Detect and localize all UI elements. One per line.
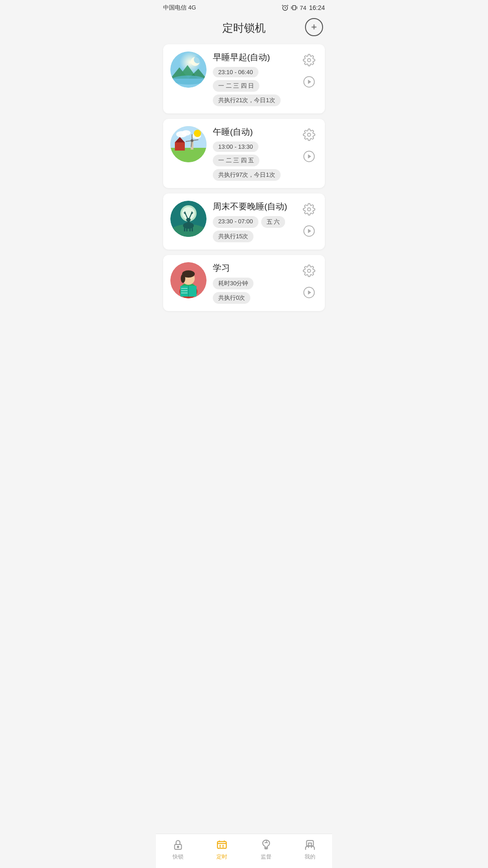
svg-point-9 — [194, 56, 201, 63]
schedule-title-early-sleep: 早睡早起(自动) — [213, 52, 294, 63]
svg-point-11 — [308, 59, 311, 62]
vibrate-icon — [291, 4, 298, 11]
card-actions-noon-nap — [300, 126, 318, 165]
schedule-card-noon-nap: 午睡(自动) 13:00 - 13:30 一 二 三 四 五 共执行97次，今日… — [163, 119, 325, 188]
schedule-card-weekend-sleep: 周末不要晚睡(自动) 23:30 - 07:00 五 六 共执行15次 — [163, 193, 325, 250]
svg-rect-21 — [175, 142, 185, 151]
svg-rect-44 — [192, 227, 193, 231]
days-tag-early-sleep: 一 二 三 四 日 — [213, 80, 259, 92]
svg-point-17 — [182, 130, 191, 136]
avatar-noon-nap — [170, 126, 206, 162]
svg-rect-73 — [218, 841, 227, 848]
page-header: 定时锁机 + — [156, 14, 332, 41]
nav-label-monitor: 监督 — [261, 853, 272, 861]
alarm-icon — [282, 4, 289, 11]
nav-item-mine[interactable]: 我的 — [294, 839, 326, 861]
timer-icon — [216, 839, 228, 851]
carrier-text: 中国电信 4G — [163, 4, 196, 12]
svg-point-61 — [181, 274, 185, 283]
card-tags-weekend-sleep: 23:30 - 07:00 五 六 — [213, 216, 294, 228]
svg-point-28 — [191, 139, 193, 142]
stats-noon-nap: 共执行97次，今日1次 — [213, 169, 281, 181]
duration-tag-study: 耗时30分钟 — [213, 278, 253, 289]
nav-label-mine: 我的 — [305, 853, 315, 861]
days-tag-weekend-sleep: 五 六 — [261, 216, 286, 228]
time-tag-weekend-sleep: 23:30 - 07:00 — [213, 216, 258, 228]
time-tag-noon-nap: 13:00 - 13:30 — [213, 142, 258, 152]
card-actions-weekend-sleep — [300, 201, 318, 240]
stats-weekend-sleep: 共执行15次 — [213, 231, 253, 242]
svg-point-36 — [182, 207, 195, 220]
svg-rect-84 — [309, 843, 312, 846]
card-body-noon-nap: 午睡(自动) 13:00 - 13:30 一 二 三 四 五 共执行97次，今日… — [213, 126, 294, 181]
status-right: 74 16:24 — [282, 4, 325, 11]
card-body-early-sleep: 早睡早起(自动) 23:10 - 06:40 一 二 三 四 日 共执行21次，… — [213, 52, 294, 106]
settings-button-weekend-sleep[interactable] — [300, 201, 318, 218]
card-tags-noon-nap: 13:00 - 13:30 一 二 三 四 五 — [213, 142, 294, 166]
nav-item-timer[interactable]: 定时 — [206, 839, 238, 861]
svg-rect-41 — [184, 227, 185, 231]
stats-study: 共执行0次 — [213, 292, 250, 304]
monitor-icon — [260, 839, 272, 851]
play-button-weekend-sleep[interactable] — [300, 222, 318, 240]
bottom-nav: 快锁 定时 — [156, 834, 332, 868]
quick-lock-icon — [172, 839, 184, 851]
card-actions-early-sleep — [300, 52, 318, 90]
stats-early-sleep: 共执行21次，今日1次 — [213, 94, 281, 106]
settings-button-study[interactable] — [300, 262, 318, 279]
add-button[interactable]: + — [305, 18, 323, 36]
settings-button-noon-nap[interactable] — [300, 126, 318, 143]
settings-button-early-sleep[interactable] — [300, 52, 318, 69]
page-title: 定时锁机 — [222, 21, 266, 35]
svg-point-72 — [177, 846, 178, 848]
svg-rect-1 — [293, 5, 296, 9]
card-actions-study — [300, 262, 318, 301]
play-button-early-sleep[interactable] — [300, 73, 318, 90]
card-body-study: 学习 耗时30分钟 共执行0次 — [213, 262, 294, 304]
play-button-study[interactable] — [300, 284, 318, 301]
svg-rect-42 — [186, 227, 188, 231]
schedule-title-noon-nap: 午睡(自动) — [213, 126, 294, 138]
avatar-early-sleep — [170, 52, 206, 88]
svg-point-30 — [308, 133, 311, 137]
card-body-weekend-sleep: 周末不要晚睡(自动) 23:30 - 07:00 五 六 共执行15次 — [213, 201, 294, 242]
svg-point-40 — [186, 218, 191, 222]
nav-label-quick-lock: 快锁 — [173, 853, 183, 861]
battery-text: 74 — [300, 5, 306, 11]
days-tag-noon-nap: 一 二 三 四 五 — [213, 155, 259, 166]
avatar-study — [170, 262, 206, 298]
time-tag-early-sleep: 23:10 - 06:40 — [213, 67, 258, 77]
svg-marker-54 — [308, 229, 311, 233]
svg-point-52 — [308, 208, 311, 211]
nav-item-quick-lock[interactable]: 快锁 — [162, 839, 194, 861]
status-bar: 中国电信 4G 74 16:24 — [156, 0, 332, 14]
schedule-title-study: 学习 — [213, 262, 294, 274]
time-text: 16:24 — [309, 4, 325, 11]
svg-marker-32 — [308, 154, 311, 158]
svg-marker-13 — [308, 80, 311, 84]
mine-icon — [304, 839, 316, 851]
svg-rect-43 — [189, 227, 191, 231]
schedule-card-study: 学习 耗时30分钟 共执行0次 — [163, 255, 325, 311]
svg-point-19 — [194, 130, 201, 137]
svg-point-7 — [171, 75, 206, 85]
schedule-title-weekend-sleep: 周末不要晚睡(自动) — [213, 201, 294, 212]
card-tags-early-sleep: 23:10 - 06:40 一 二 三 四 日 — [213, 67, 294, 92]
svg-point-68 — [308, 269, 311, 273]
play-button-noon-nap[interactable] — [300, 148, 318, 165]
schedule-list: 早睡早起(自动) 23:10 - 06:40 一 二 三 四 日 共执行21次，… — [156, 41, 332, 315]
nav-item-monitor[interactable]: 监督 — [250, 839, 282, 861]
schedule-card-early-sleep: 早睡早起(自动) 23:10 - 06:40 一 二 三 四 日 共执行21次，… — [163, 44, 325, 113]
card-tags-study: 耗时30分钟 — [213, 278, 294, 289]
svg-marker-70 — [308, 290, 311, 294]
nav-label-timer: 定时 — [216, 853, 227, 861]
avatar-weekend-sleep — [170, 201, 206, 237]
